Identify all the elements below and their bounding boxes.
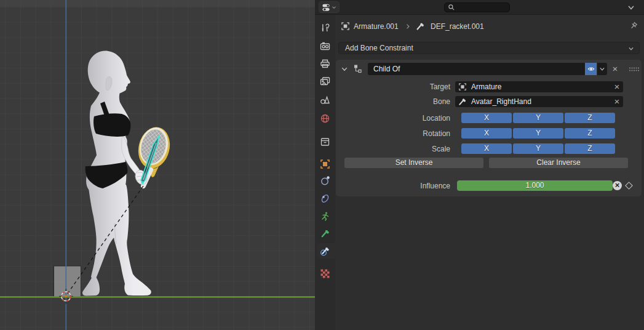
bone-value: Avatar_RightHand: [471, 96, 531, 107]
clear-animation-button[interactable]: ×: [613, 181, 622, 190]
tab-object[interactable]: [320, 159, 330, 169]
scale-z-toggle[interactable]: Z: [565, 143, 615, 154]
target-value: Armature: [471, 81, 501, 92]
header-menu-chevron[interactable]: [626, 2, 636, 12]
chevron-down-icon: [599, 66, 605, 72]
rotation-x-toggle[interactable]: X: [461, 128, 512, 139]
tab-bone[interactable]: [320, 228, 330, 239]
scale-x-toggle[interactable]: X: [461, 143, 512, 154]
location-label: Location: [423, 113, 450, 124]
tab-collection[interactable]: [320, 137, 330, 147]
constraint-delete-button[interactable]: ×: [611, 63, 619, 74]
scale-axes: X Y Z: [461, 143, 615, 154]
blender-window: Armature.001 DEF_racket.001 Add Bone Con…: [0, 0, 644, 330]
constraint-extras-dropdown[interactable]: [597, 63, 607, 75]
constraint-name-field[interactable]: Child Of: [368, 63, 585, 75]
clear-bone-icon[interactable]: ×: [613, 96, 621, 107]
add-bone-constraint-dropdown[interactable]: Add Bone Constraint: [338, 42, 640, 54]
search-icon: [448, 4, 455, 11]
constraint-enable-eye-button[interactable]: [585, 63, 597, 75]
location-axes: X Y Z: [461, 113, 615, 123]
tab-render[interactable]: [320, 41, 330, 52]
location-y-toggle[interactable]: Y: [513, 113, 563, 123]
child-of-constraint-icon: [352, 63, 362, 75]
object-icon: [458, 82, 467, 91]
clear-target-icon[interactable]: ×: [613, 81, 621, 92]
bone-label: Bone: [433, 96, 450, 107]
breadcrumb-object[interactable]: Armature.001: [354, 22, 399, 31]
bone-icon: [458, 97, 467, 107]
tab-physics[interactable]: [320, 175, 330, 186]
rotation-label: Rotation: [423, 128, 450, 139]
object-icon: [341, 22, 351, 31]
constraint-panel-child-of: Child Of × Target Armature × Bone A: [336, 60, 642, 196]
tab-view-layer[interactable]: [320, 76, 330, 87]
viewport-3d[interactable]: [0, 0, 315, 330]
location-z-toggle[interactable]: Z: [565, 113, 615, 123]
tab-bone-constraint[interactable]: [320, 246, 330, 256]
rotation-y-toggle[interactable]: Y: [513, 128, 563, 139]
tab-output[interactable]: [320, 58, 330, 69]
tab-tool[interactable]: [320, 23, 330, 33]
search-input[interactable]: [444, 2, 510, 12]
add-bone-constraint-label: Add Bone Constraint: [345, 44, 413, 52]
target-field[interactable]: Armature ×: [455, 81, 623, 92]
set-inverse-button[interactable]: Set Inverse: [344, 158, 483, 168]
rotation-z-toggle[interactable]: Z: [565, 128, 615, 139]
breadcrumb-bone[interactable]: DEF_racket.001: [431, 22, 484, 31]
properties-editor-icon: [322, 2, 331, 12]
tab-scene[interactable]: [320, 95, 330, 105]
breadcrumb-separator-icon: [404, 23, 411, 32]
bone-field[interactable]: Avatar_RightHand ×: [455, 96, 623, 107]
tab-world[interactable]: [320, 113, 330, 124]
scale-y-toggle[interactable]: Y: [513, 143, 563, 154]
properties-header: [315, 0, 644, 15]
constraint-name-text: Child Of: [373, 65, 400, 73]
scale-label: Scale: [432, 143, 450, 155]
tab-texture[interactable]: [320, 268, 330, 279]
rotation-axes: X Y Z: [461, 128, 615, 139]
influence-label: Influence: [420, 180, 450, 191]
influence-slider[interactable]: 1.000: [457, 180, 613, 191]
tab-object-data[interactable]: [320, 211, 330, 222]
keyframe-decorator-icon[interactable]: [625, 182, 633, 190]
properties-tab-strip: [315, 15, 335, 330]
pin-icon[interactable]: [629, 21, 638, 31]
target-label: Target: [430, 81, 450, 92]
tab-object-constraints[interactable]: [320, 193, 330, 204]
location-x-toggle[interactable]: X: [461, 113, 512, 123]
editor-type-button[interactable]: [319, 1, 340, 13]
chevron-down-icon: [332, 5, 336, 10]
eye-icon: [587, 65, 595, 73]
clear-inverse-button[interactable]: Clear Inverse: [489, 158, 628, 168]
bone-icon: [415, 22, 426, 31]
panel-expand-chevron[interactable]: [341, 65, 348, 74]
drag-handle-icon[interactable]: [629, 66, 639, 74]
chevron-down-icon: [628, 46, 634, 52]
properties-main: Armature.001 DEF_racket.001 Add Bone Con…: [335, 15, 644, 330]
viewport-scene: [0, 0, 315, 330]
